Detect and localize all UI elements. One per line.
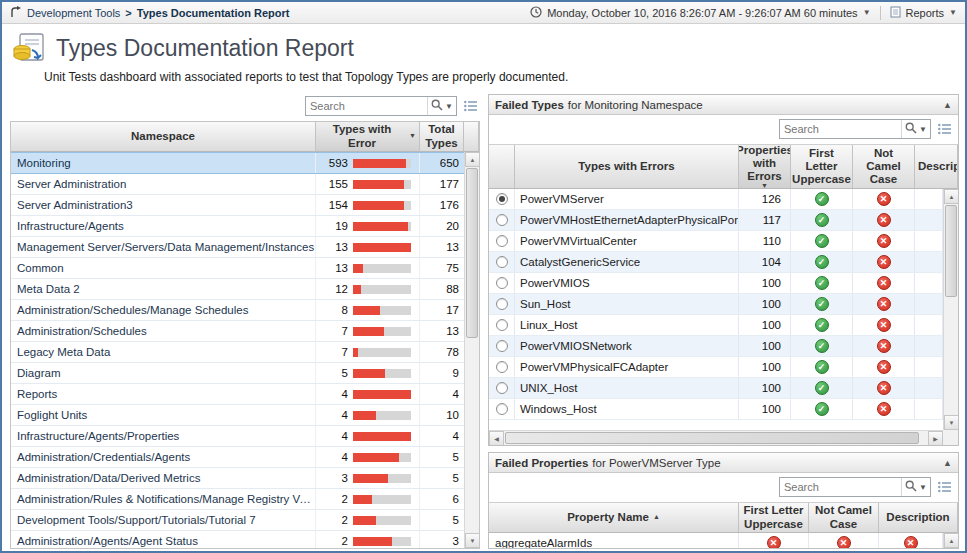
namespace-vertical-scrollbar[interactable]: ▲ ▼ [464,152,479,548]
row-radio[interactable] [496,340,508,352]
check-icon: ✓ [815,339,829,353]
scrollbar-thumb[interactable] [505,432,919,444]
row-radio[interactable] [496,361,508,373]
failed-type-row[interactable]: PowerVMHostEthernetAdapterPhysicalPort11… [489,210,943,231]
namespace-search-input[interactable] [306,100,427,112]
failed-type-row[interactable]: Linux_Host100✓✕ [489,315,943,336]
scroll-down-icon[interactable]: ▼ [944,415,958,430]
namespace-row[interactable]: Common1375 [11,258,464,279]
search-options-dropdown-icon[interactable]: ▼ [919,125,927,134]
collapse-panel-icon[interactable]: ▲ [943,458,952,468]
namespace-row[interactable]: Administration/Rules & Notifications/Man… [11,489,464,510]
row-radio[interactable] [496,319,508,331]
failed-type-row[interactable]: Windows_Host100✓✕ [489,399,943,420]
failed-properties-search-input[interactable] [780,481,901,493]
row-radio[interactable] [496,298,508,310]
column-header-first-letter-uppercase[interactable]: First Letter Uppercase [739,503,809,533]
namespace-row[interactable]: Server Administration155177 [11,174,464,195]
namespace-row[interactable]: Foglight Units410 [11,405,464,426]
namespace-table: Namespace Types with Error Total Types M… [10,121,480,549]
failed-type-row[interactable]: PowerVMServer126✓✕ [489,189,943,210]
scrollbar-thumb[interactable] [945,205,957,297]
search-icon[interactable] [431,99,443,114]
collapse-panel-icon[interactable]: ▲ [943,100,952,110]
failed-type-row[interactable]: Sun_Host100✓✕ [489,294,943,315]
namespace-row[interactable]: Reports44 [11,384,464,405]
namespace-row[interactable]: Infrastructure/Agents/Properties44 [11,426,464,447]
scroll-up-icon[interactable]: ▲ [944,189,958,204]
failed-property-row[interactable]: aggregateAlarmIds✕✕✕ [489,533,943,548]
namespace-row[interactable]: Administration/Credentials/Agents45 [11,447,464,468]
breadcrumb-separator: > [125,7,131,19]
column-header-spacer [464,122,479,152]
column-header-property-name[interactable]: Property Name [489,503,739,533]
namespace-row[interactable]: Monitoring593650 [11,152,464,174]
time-range-label[interactable]: Monday, October 10, 2016 8:26:07 AM - 9:… [547,7,857,19]
column-header-total-types[interactable]: Total Types [420,122,464,152]
table-customizer-icon[interactable] [464,100,478,112]
namespace-row[interactable]: Diagram59 [11,363,464,384]
row-radio[interactable] [496,193,508,205]
column-header-types-with-error[interactable]: Types with Error [316,122,420,152]
failed-type-row[interactable]: PowerVMIOSNetwork100✓✕ [489,336,943,357]
reports-menu-label[interactable]: Reports [906,7,945,19]
breadcrumb-current: Types Documentation Report [137,7,290,19]
scrollbar-thumb[interactable] [466,168,478,338]
errors-bar [353,537,411,546]
total-count: 17 [420,300,464,320]
row-radio[interactable] [496,235,508,247]
namespace-row[interactable]: Development Tools/Support/Tutorials/Tuto… [11,510,464,531]
table-customizer-icon[interactable] [938,481,952,493]
total-count: 4 [420,384,464,404]
column-header-not-camel-case[interactable]: Not Camel Case [809,503,879,533]
failed-types-horizontal-scrollbar[interactable]: ◀ ▶ [489,430,943,445]
namespace-row[interactable]: Administration/Schedules713 [11,321,464,342]
description-cell: ✕ [879,533,943,548]
namespace-row[interactable]: Administration/Data/Derived Metrics35 [11,468,464,489]
column-header-types-with-errors[interactable]: Types with Errors [515,145,739,189]
failed-types-vertical-scrollbar[interactable]: ▲ ▼ [943,189,958,430]
breadcrumb-parent[interactable]: Development Tools [27,7,120,19]
namespace-row[interactable]: Server Administration3154176 [11,195,464,216]
failed-types-search-input[interactable] [780,123,901,135]
column-header-description[interactable]: Description [879,503,958,533]
namespace-row[interactable]: Meta Data 21288 [11,279,464,300]
namespace-row[interactable]: Administration/Schedules/Manage Schedule… [11,300,464,321]
namespace-row[interactable]: Administration/Agents/Agent Status23 [11,531,464,549]
failed-type-row[interactable]: CatalystGenericService104✓✕ [489,252,943,273]
failed-type-row[interactable]: UNIX_Host100✓✕ [489,378,943,399]
description-cell [915,294,943,314]
scroll-up-icon[interactable]: ▲ [944,533,958,548]
row-radio[interactable] [496,403,508,415]
row-radio[interactable] [496,382,508,394]
errors-cell: 3 [316,468,420,488]
column-header-description[interactable]: Description [915,145,958,189]
namespace-row[interactable]: Management Server/Servers/Data Managemen… [11,237,464,258]
column-header-properties-with-errors[interactable]: Properties with Errors ▼ [739,145,791,189]
search-options-dropdown-icon[interactable]: ▼ [445,102,453,111]
scroll-up-icon[interactable]: ▲ [465,152,480,167]
row-radio[interactable] [496,277,508,289]
column-header-not-camel-case[interactable]: Not Camel Case [853,145,915,189]
time-range-dropdown-icon[interactable]: ▼ [863,8,871,17]
column-header-first-letter-uppercase[interactable]: First Letter Uppercase [791,145,853,189]
row-radio[interactable] [496,256,508,268]
namespace-row[interactable]: Legacy Meta Data778 [11,342,464,363]
search-options-dropdown-icon[interactable]: ▼ [919,483,927,492]
row-radio[interactable] [496,214,508,226]
reports-dropdown-icon[interactable]: ▼ [949,8,957,17]
namespace-row[interactable]: Infrastructure/Agents1920 [11,216,464,237]
failed-type-row[interactable]: PowerVMPhysicalFCAdapter100✓✕ [489,357,943,378]
scroll-down-icon[interactable]: ▼ [465,533,480,548]
failed-type-row[interactable]: PowerVMIOS100✓✕ [489,273,943,294]
failed-type-row[interactable]: PowerVMVirtualCenter110✓✕ [489,231,943,252]
search-icon[interactable] [905,480,917,495]
table-customizer-icon[interactable] [938,123,952,135]
type-name: PowerVMIOS [515,273,739,293]
scroll-right-icon[interactable]: ▶ [928,431,943,445]
failed-properties-vertical-scrollbar[interactable]: ▲ [943,533,958,548]
column-header-namespace[interactable]: Namespace [11,122,316,152]
description-cell [915,378,943,398]
search-icon[interactable] [905,122,917,137]
scroll-left-icon[interactable]: ◀ [489,431,504,445]
